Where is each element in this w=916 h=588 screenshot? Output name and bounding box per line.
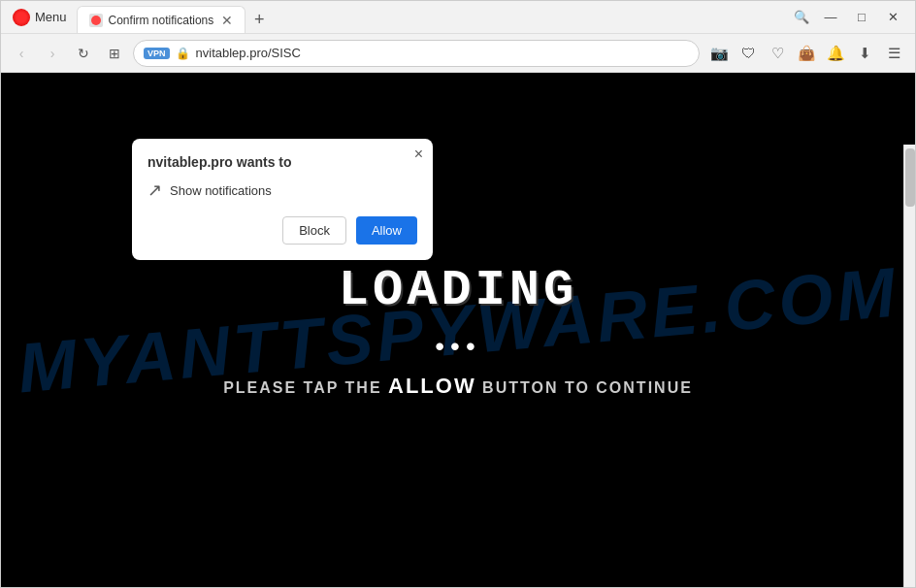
tabs-area: Confirm notifications ✕ + <box>75 1 787 33</box>
forward-button[interactable]: › <box>40 41 65 66</box>
heart-icon[interactable]: ♡ <box>764 40 791 67</box>
page-content: MYANTTSPYWARE.COM LOADING ••• PLEASE TAP… <box>1 73 915 587</box>
tab-favicon-icon <box>89 14 103 27</box>
title-bar: Menu Confirm notifications ✕ + 🔍 — □ ✕ <box>1 1 915 34</box>
popup-actions: Block Allow <box>147 216 417 245</box>
vpn-badge: VPN <box>144 48 170 59</box>
tab-label: Confirm notifications <box>109 14 214 27</box>
opera-menu-button[interactable]: Menu <box>5 5 75 30</box>
close-button[interactable]: ✕ <box>878 5 907 30</box>
popup-title: nvitablep.pro wants to <box>147 154 417 170</box>
bell-icon[interactable]: 🔔 <box>822 40 849 67</box>
camera-icon[interactable]: 📷 <box>705 40 733 67</box>
new-tab-button[interactable]: + <box>245 6 273 33</box>
shield-icon[interactable]: 🛡 <box>735 40 762 67</box>
url-box[interactable]: VPN 🔒 nvitablep.pro/SISC <box>133 40 700 67</box>
loading-text: LOADING <box>339 262 577 319</box>
url-text: nvitablep.pro/SISC <box>196 46 301 60</box>
menu-label: Menu <box>35 10 67 24</box>
toolbar-icons: 📷 🛡 ♡ 👜 🔔 ⬇ ☰ <box>705 40 907 67</box>
active-tab[interactable]: Confirm notifications ✕ <box>77 6 246 33</box>
scrollbar[interactable] <box>903 145 915 587</box>
minimize-button[interactable]: — <box>816 5 845 30</box>
popup-close-button[interactable]: × <box>414 147 423 162</box>
loading-dots: ••• <box>435 331 480 362</box>
popup-content-row: ↗ Show notifications <box>147 180 417 201</box>
window-controls: — □ ✕ <box>816 5 911 30</box>
opera-logo-icon <box>13 9 30 26</box>
lock-icon: 🔒 <box>176 47 190 60</box>
browser-window: Menu Confirm notifications ✕ + 🔍 — □ ✕ ‹… <box>0 0 916 588</box>
tap-allow-bold: ALLOW <box>388 374 476 398</box>
scrollbar-thumb[interactable] <box>905 148 915 207</box>
tabs-grid-button[interactable]: ⊞ <box>102 41 127 66</box>
refresh-button[interactable]: ↻ <box>71 41 96 66</box>
address-bar: ‹ › ↻ ⊞ VPN 🔒 nvitablep.pro/SISC 📷 🛡 ♡ 👜… <box>1 34 915 73</box>
maximize-button[interactable]: □ <box>847 5 876 30</box>
search-icon[interactable]: 🔍 <box>787 5 816 30</box>
hamburger-menu-icon[interactable]: ☰ <box>880 40 907 67</box>
download-icon[interactable]: ⬇ <box>851 40 878 67</box>
block-button[interactable]: Block <box>282 216 346 245</box>
tap-message: PLEASE TAP THE ALLOW BUTTON TO CONTINUE <box>223 374 693 399</box>
tap-suffix: BUTTON TO CONTINUE <box>482 379 693 396</box>
notification-bell-icon: ↗ <box>147 180 162 201</box>
wallet-icon[interactable]: 👜 <box>793 40 820 67</box>
tab-close-icon[interactable]: ✕ <box>221 13 233 28</box>
allow-button[interactable]: Allow <box>356 216 417 245</box>
notification-popup: × nvitablep.pro wants to ↗ Show notifica… <box>132 139 433 260</box>
tap-prefix: PLEASE TAP THE <box>223 379 388 396</box>
popup-description: Show notifications <box>170 183 272 198</box>
page-center-content: LOADING ••• PLEASE TAP THE ALLOW BUTTON … <box>223 262 693 399</box>
back-button[interactable]: ‹ <box>9 41 34 66</box>
